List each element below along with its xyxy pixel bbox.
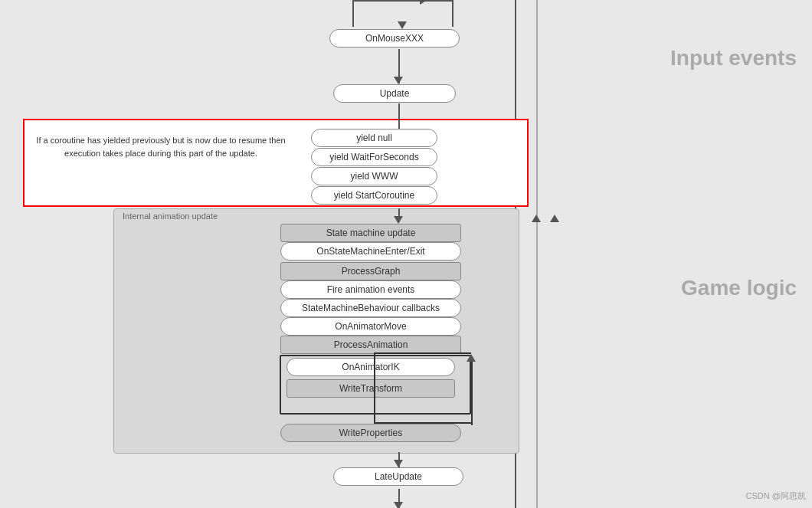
state-machine-behaviour-pill: StateMachineBehaviour callbacks [280, 299, 461, 317]
yield-start-coroutine-pill: yield StartCoroutine [311, 186, 437, 205]
on-state-machine-pill: OnStateMachineEnter/Exit [280, 242, 461, 261]
ik-loop-hline-top [374, 352, 471, 354]
arrow-from-late-update [394, 502, 403, 508]
arrow-to-late-update [394, 460, 403, 467]
process-graph-rect: ProcessGraph [280, 262, 461, 280]
write-transform-rect: WriteTransform [286, 379, 455, 398]
secondary-vertical-line [536, 0, 538, 508]
top-hline [352, 0, 452, 2]
top-right-vline [452, 0, 453, 27]
input-events-label: Input events [670, 46, 797, 70]
on-mouse-xxx-pill: OnMouseXXX [329, 29, 460, 48]
ik-loop-vline [471, 360, 473, 425]
animation-box-label: Internal animation update [123, 211, 218, 221]
arrow-up-right [532, 215, 541, 222]
yield-www-pill: yield WWW [311, 167, 437, 185]
arrow-right-top [420, 0, 427, 5]
yield-null-pill: yield null [311, 129, 437, 147]
vline-update-to-coroutine [398, 103, 400, 129]
on-animator-ik-pill: OnAnimatorIK [286, 358, 455, 376]
late-update-pill: LateUpdate [333, 467, 463, 486]
ik-loop-left-vline [374, 352, 375, 423]
watermark: CSDN @阿思凯 [746, 490, 806, 502]
on-animator-move-pill: OnAnimatorMove [280, 317, 461, 336]
top-left-vline [352, 0, 354, 27]
arrow-up-ik [467, 354, 476, 362]
state-machine-update-rect: State machine update [280, 224, 461, 242]
write-properties-pill: WriteProperties [280, 424, 461, 442]
arrow-to-onmouse [398, 21, 407, 29]
fire-animation-events-pill: Fire animation events [280, 280, 461, 299]
arrow-up-right2 [550, 215, 559, 222]
coroutine-box [23, 119, 529, 207]
arrow-to-update [394, 77, 403, 84]
process-animation-rect: ProcessAnimation [280, 336, 461, 354]
game-logic-label: Game logic [681, 276, 797, 300]
coroutine-text: If a coroutine has yielded previously bu… [31, 134, 291, 159]
update-pill: Update [333, 84, 456, 103]
arrow-to-anim [394, 216, 403, 224]
yield-wait-pill: yield WaitForSeconds [311, 148, 437, 166]
main-container: Input events Game logic OnMouseXXX Updat… [0, 0, 812, 508]
